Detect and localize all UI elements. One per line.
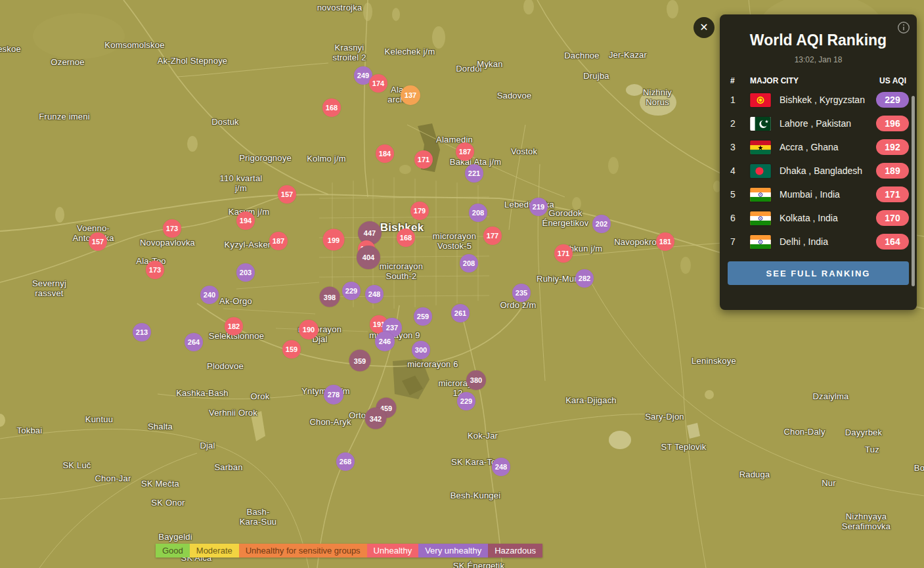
aqi-marker-159[interactable]: 159 <box>282 340 301 359</box>
aqi-marker-190[interactable]: 190 <box>299 320 319 339</box>
india-flag <box>750 188 771 202</box>
aqi-marker-342[interactable]: 342 <box>365 408 387 429</box>
aqi-marker-184[interactable]: 184 <box>376 144 394 163</box>
rank-number: 3 <box>730 142 750 152</box>
aqi-marker-282[interactable]: 282 <box>575 269 594 288</box>
ranking-row-7[interactable]: 7Delhi , India164 <box>730 230 909 253</box>
bangladesh-flag <box>750 164 771 178</box>
aqi-marker-404[interactable]: 404 <box>357 246 380 269</box>
header-aqi: US AQI <box>879 76 906 85</box>
legend-moderate: Moderate <box>190 544 239 557</box>
aqi-badge: 196 <box>876 116 909 131</box>
aqi-marker-203[interactable]: 203 <box>236 263 255 282</box>
aqi-marker-268[interactable]: 268 <box>336 452 355 471</box>
aqi-marker-181[interactable]: 181 <box>656 232 674 251</box>
aqi-marker-168[interactable]: 168 <box>322 98 341 117</box>
city-name: Lahore , Pakistan <box>780 118 876 129</box>
aqi-marker-219[interactable]: 219 <box>529 198 548 216</box>
see-full-ranking-button[interactable]: SEE FULL RANKING <box>728 261 909 285</box>
aqi-badge: 170 <box>876 210 909 226</box>
aqi-marker-187[interactable]: 187 <box>456 142 474 161</box>
ranking-row-2[interactable]: 2Lahore , Pakistan196 <box>730 112 909 135</box>
city-name: Dhaka , Bangladesh <box>780 165 876 176</box>
header-city: MAJOR CITY <box>750 76 879 85</box>
ranking-row-1[interactable]: 1Bishkek , Kyrgyzstan229 <box>730 88 909 112</box>
aqi-marker-194[interactable]: 194 <box>236 211 255 230</box>
aqi-marker-278[interactable]: 278 <box>324 385 343 404</box>
aqi-marker-187[interactable]: 187 <box>269 232 288 250</box>
aqi-marker-398[interactable]: 398 <box>320 287 340 307</box>
aqi-marker-171[interactable]: 171 <box>414 150 433 169</box>
aqi-badge: 171 <box>876 186 909 202</box>
aqi-marker-229[interactable]: 229 <box>342 282 361 300</box>
ghana-flag <box>750 141 771 154</box>
aqi-marker-137[interactable]: 137 <box>401 85 420 105</box>
aqi-marker-179[interactable]: 179 <box>410 202 429 220</box>
rank-number: 5 <box>730 189 750 200</box>
legend-unhealthy-for-sensitive-groups: Unhealthy for sensitive groups <box>239 544 367 557</box>
pakistan-flag <box>750 117 771 131</box>
city-name: Accra , Ghana <box>780 142 876 152</box>
ranking-row-5[interactable]: 5Mumbai , India171 <box>730 183 909 206</box>
aqi-marker-199[interactable]: 199 <box>323 229 345 251</box>
close-icon: ✕ <box>699 22 708 33</box>
ranking-row-4[interactable]: 4Dhaka , Bangladesh189 <box>730 159 909 183</box>
aqi-badge: 192 <box>876 139 909 155</box>
aqi-marker-246[interactable]: 246 <box>375 332 395 351</box>
aqi-marker-157[interactable]: 157 <box>278 185 296 204</box>
legend-very-unhealthy: Very unhealthy <box>418 544 488 557</box>
header-rank: # <box>730 76 750 85</box>
aqi-marker-248[interactable]: 248 <box>365 285 384 303</box>
aqi-marker-229[interactable]: 229 <box>457 392 475 410</box>
legend-hazardous: Hazardous <box>488 544 542 557</box>
panel-title: World AQI Ranking <box>720 32 917 49</box>
aqi-badge: 164 <box>876 234 909 250</box>
rank-number: 6 <box>730 213 750 223</box>
legend-unhealthy: Unhealthy <box>367 544 419 557</box>
kyrgyzstan-flag <box>750 93 771 107</box>
ranking-row-3[interactable]: 3Accra , Ghana192 <box>730 135 909 159</box>
city-name: Kolkata , India <box>780 213 876 223</box>
ranking-table-header: # MAJOR CITY US AQI <box>730 76 906 85</box>
city-name: Mumbai , India <box>780 189 876 200</box>
city-name: Bishkek , Kyrgyzstan <box>780 95 876 105</box>
aqi-marker-182[interactable]: 182 <box>225 317 243 336</box>
aqi-marker-208[interactable]: 208 <box>469 204 487 222</box>
aqi-marker-235[interactable]: 235 <box>512 284 531 302</box>
info-button[interactable] <box>897 21 910 34</box>
aqi-marker-173[interactable]: 173 <box>163 219 181 238</box>
world-aqi-ranking-panel: World AQI Ranking 13:02, Jan 18 # MAJOR … <box>720 14 917 310</box>
close-button[interactable]: ✕ <box>693 17 715 38</box>
aqi-marker-168[interactable]: 168 <box>397 229 415 247</box>
ranking-row-6[interactable]: 6Kolkata , India170 <box>730 206 909 230</box>
aqi-marker-248[interactable]: 248 <box>492 458 510 476</box>
aqi-marker-380[interactable]: 380 <box>466 370 486 390</box>
rank-number: 7 <box>730 236 750 247</box>
aqi-marker-177[interactable]: 177 <box>483 227 502 245</box>
aqi-marker-213[interactable]: 213 <box>133 323 151 341</box>
aqi-marker-264[interactable]: 264 <box>185 333 203 351</box>
aqi-marker-261[interactable]: 261 <box>451 304 470 322</box>
aqi-marker-171[interactable]: 171 <box>554 244 573 263</box>
aqi-marker-157[interactable]: 157 <box>89 232 107 251</box>
rank-number: 1 <box>730 95 750 105</box>
aqi-marker-259[interactable]: 259 <box>414 307 432 326</box>
aqi-marker-359[interactable]: 359 <box>349 350 371 372</box>
aqi-marker-208[interactable]: 208 <box>460 254 478 273</box>
aqi-legend: GoodModerateUnhealthy for sensitive grou… <box>156 544 542 557</box>
panel-scrollbar[interactable] <box>912 96 915 286</box>
info-icon <box>897 26 910 36</box>
aqi-badge: 189 <box>876 163 909 179</box>
aqi-marker-174[interactable]: 174 <box>369 74 387 93</box>
aqi-marker-240[interactable]: 240 <box>200 286 219 304</box>
aqi-badge: 229 <box>876 92 909 108</box>
city-name: Delhi , India <box>780 236 876 247</box>
india-flag <box>750 235 771 249</box>
panel-timestamp: 13:02, Jan 18 <box>720 55 917 64</box>
aqi-marker-300[interactable]: 300 <box>412 341 430 359</box>
aqi-marker-202[interactable]: 202 <box>592 215 611 233</box>
ranking-rows: 1Bishkek , Kyrgyzstan2292Lahore , Pakist… <box>720 88 917 253</box>
rank-number: 4 <box>730 165 750 176</box>
aqi-marker-221[interactable]: 221 <box>465 164 483 183</box>
aqi-marker-173[interactable]: 173 <box>146 261 164 279</box>
